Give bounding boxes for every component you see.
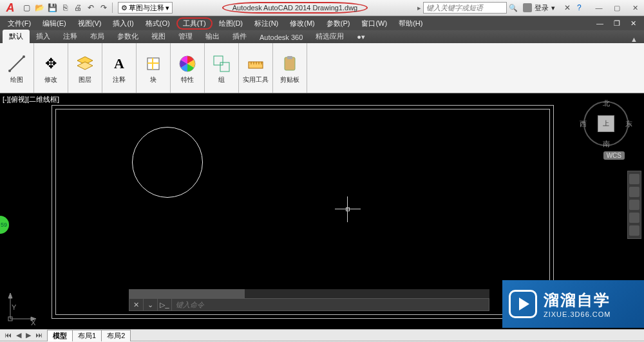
viewcube[interactable]: 上 北 南 西 东 <box>583 101 629 146</box>
clipboard-icon <box>279 53 300 74</box>
avatar-icon <box>523 3 532 12</box>
qat-separator <box>112 3 113 13</box>
ribbon-tabstrip: 默认 插入 注释 布局 参数化 视图 管理 输出 插件 Autodesk 360… <box>0 30 644 43</box>
horizontal-scrollbar[interactable] <box>129 289 489 298</box>
ribbon-tab-manage[interactable]: 管理 <box>172 30 199 43</box>
viewport-controls[interactable]: [-][俯视][二维线框] <box>1 95 61 104</box>
ribbon-tab-insert[interactable]: 插入 <box>30 30 57 43</box>
ribbon-tab-addins[interactable]: 插件 <box>226 30 253 43</box>
tab-model[interactable]: 模型 <box>47 330 73 341</box>
modify-button[interactable]: ✥ 修改 <box>38 53 64 84</box>
paste-button[interactable]: 剪贴板 <box>277 53 303 84</box>
qat-saveas-icon[interactable]: ⎘ <box>59 2 71 14</box>
command-line: ✕ ⌄ ▷_ <box>129 298 489 311</box>
qat-print-icon[interactable]: 🖨 <box>72 2 84 14</box>
ribbon-tab-view[interactable]: 视图 <box>145 30 172 43</box>
ucs-x-label: X <box>31 319 35 327</box>
title-text: Autodesk AutoCAD 2014 Drawing1.dwg <box>222 2 368 14</box>
ribbon-tab-default[interactable]: 默认 <box>3 30 30 43</box>
ucs-icon[interactable]: Y X <box>5 292 37 325</box>
menu-param[interactable]: 参数(P) <box>321 17 355 30</box>
maximize-button[interactable]: ▢ <box>608 1 626 15</box>
tab-layout1[interactable]: 布局1 <box>72 330 102 341</box>
wcs-tag[interactable]: WCS <box>603 151 625 160</box>
properties-button[interactable]: 特性 <box>175 53 200 84</box>
nav-pan-icon[interactable] <box>629 187 639 197</box>
measure-icon <box>245 53 266 74</box>
cmd-options-icon[interactable]: ⌄ <box>144 299 158 310</box>
tab-layout2[interactable]: 布局2 <box>101 330 131 341</box>
search-icon[interactable]: 🔍 <box>509 4 518 12</box>
menu-file[interactable]: 文件(F) <box>3 17 36 30</box>
exchange-icon[interactable]: ✕ <box>564 3 573 12</box>
menu-window[interactable]: 窗口(W) <box>356 17 392 30</box>
search-input[interactable] <box>423 2 507 14</box>
text-button[interactable]: A 注释 <box>106 53 132 84</box>
menu-insert[interactable]: 插入(I) <box>108 17 138 30</box>
menu-edit[interactable]: 编辑(E) <box>37 17 71 30</box>
menu-format[interactable]: 格式(O) <box>140 17 175 30</box>
ribbon: 绘图 ✥ 修改 图层 A 注释 <box>0 43 644 93</box>
cmd-close-icon[interactable]: ✕ <box>129 299 144 310</box>
close-button[interactable]: ✕ <box>626 1 644 15</box>
ribbon-tab-a360[interactable]: Autodesk 360 <box>253 32 309 43</box>
ribbon-tab-param[interactable]: 参数化 <box>111 30 145 43</box>
ribbon-tab-bullet[interactable]: ●▾ <box>350 31 372 43</box>
panel-group-label: 组 <box>218 75 225 84</box>
menu-help[interactable]: 帮助(H) <box>393 17 428 30</box>
group-button[interactable]: 组 <box>209 53 234 84</box>
nav-zoom-icon[interactable] <box>629 200 639 210</box>
menu-draw[interactable]: 绘图(D) <box>214 17 248 30</box>
viewcube-face[interactable]: 上 <box>598 115 614 132</box>
command-input[interactable] <box>172 301 489 309</box>
block-button[interactable]: 块 <box>140 53 166 84</box>
nav-showmotion-icon[interactable] <box>629 225 639 236</box>
viewcube-east[interactable]: 东 <box>625 119 632 129</box>
watermark-banner: 溜溜自学 ZIXUE.3D66.COM <box>502 280 644 328</box>
menu-modify[interactable]: 修改(M) <box>285 17 320 30</box>
scrollbar-thumb[interactable] <box>129 289 245 298</box>
cmd-prompt-icon: ▷_ <box>158 299 172 310</box>
app-logo[interactable]: A <box>3 0 18 15</box>
doc-minimize-button[interactable]: — <box>591 18 609 29</box>
ribbon-collapse-button[interactable]: ▲ <box>624 35 644 43</box>
workspace-dropdown[interactable]: ⚙ 草图与注释 ▾ <box>118 2 173 14</box>
doc-restore-button[interactable]: ❐ <box>609 18 625 29</box>
tab-prev-icon[interactable]: ◀ <box>14 331 23 339</box>
comm-center-tab[interactable]: 59 <box>0 216 9 234</box>
ribbon-tab-annotate[interactable]: 注释 <box>57 30 84 43</box>
menu-view[interactable]: 视图(V) <box>73 17 107 30</box>
ucs-y-label: Y <box>12 303 16 311</box>
nav-orbit-icon[interactable] <box>629 213 639 223</box>
doc-close-button[interactable]: ✕ <box>625 18 641 29</box>
ribbon-tab-layout[interactable]: 布局 <box>84 30 111 43</box>
drawn-circle[interactable] <box>132 127 203 198</box>
minimize-button[interactable]: — <box>590 1 608 15</box>
tab-first-icon[interactable]: ⏮ <box>3 331 14 339</box>
nav-fullnav-icon[interactable] <box>629 174 639 184</box>
draw-line-button[interactable]: 绘图 <box>4 53 30 84</box>
menu-tools[interactable]: 工具(T) <box>176 17 213 30</box>
menu-dim[interactable]: 标注(N) <box>249 17 283 30</box>
qat-save-icon[interactable]: 💾 <box>46 2 58 14</box>
help-search: ▸ 🔍 <box>417 2 518 14</box>
ribbon-tab-output[interactable]: 输出 <box>199 30 226 43</box>
help-icon[interactable]: ? <box>577 3 586 12</box>
qat-new-icon[interactable]: ▢ <box>21 2 32 14</box>
qat-open-icon[interactable]: 📂 <box>33 2 45 14</box>
measure-button[interactable]: 实用工具 <box>243 53 269 84</box>
viewcube-west[interactable]: 西 <box>580 119 587 129</box>
tab-last-icon[interactable]: ⏭ <box>33 331 44 339</box>
viewcube-north[interactable]: 北 <box>603 99 610 108</box>
panel-annotate: A 注释 <box>102 43 137 93</box>
signin-area[interactable]: 登录 ▾ <box>523 3 555 13</box>
ribbon-tab-featured[interactable]: 精选应用 <box>309 30 350 43</box>
layer-button[interactable]: 图层 <box>72 53 98 84</box>
group-icon <box>211 53 232 74</box>
panel-util-label: 实用工具 <box>243 75 269 84</box>
qat-undo-icon[interactable]: ↶ <box>85 2 97 14</box>
qat-redo-icon[interactable]: ↷ <box>98 2 109 14</box>
quick-access-toolbar: ▢ 📂 💾 ⎘ 🖨 ↶ ↷ <box>21 2 114 14</box>
viewcube-south[interactable]: 南 <box>603 139 610 149</box>
tab-next-icon[interactable]: ▶ <box>24 331 33 339</box>
